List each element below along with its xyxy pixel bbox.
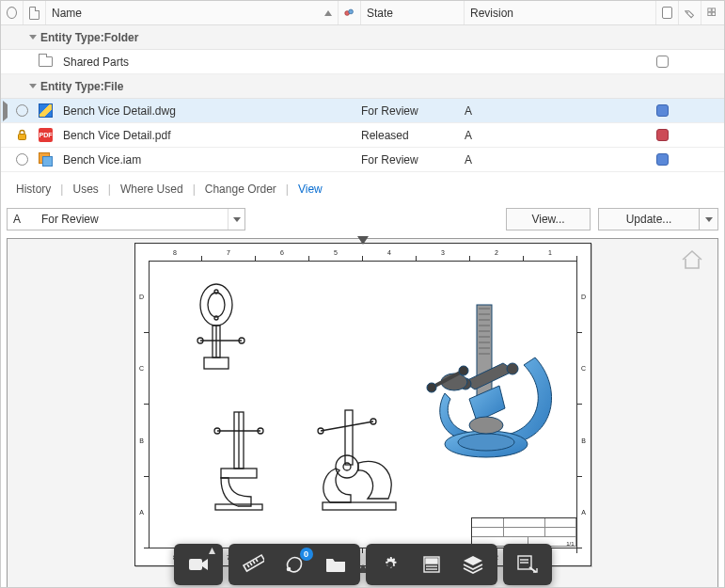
tab-uses[interactable]: Uses — [69, 183, 102, 196]
update-button-label: Update... — [626, 213, 672, 226]
ortho-view-top — [193, 282, 255, 373]
header-square-icon[interactable] — [656, 1, 679, 24]
svg-point-45 — [507, 363, 518, 374]
ruler-right: DCBA — [577, 261, 591, 548]
group-folder-label: Entity Type:Folder — [40, 31, 138, 44]
dwg-name: Bench Vice Detail.dwg — [63, 104, 176, 118]
svg-point-9 — [208, 293, 225, 317]
svg-point-49 — [459, 366, 468, 375]
column-name[interactable]: Name — [46, 1, 339, 24]
column-state[interactable]: State — [361, 1, 465, 24]
folder-icon — [39, 56, 53, 67]
drawing-preview[interactable]: 87654321 87654321 DCBA DCBA — [7, 238, 718, 588]
svg-point-1 — [349, 9, 354, 14]
isometric-render — [417, 277, 575, 461]
svg-point-30 — [343, 463, 351, 470]
measure-button[interactable] — [232, 544, 274, 585]
svg-rect-17 — [204, 358, 229, 369]
column-lifecycle-icon[interactable] — [339, 1, 361, 24]
group-file[interactable]: Entity Type:File — [1, 74, 724, 99]
ortho-view-side — [307, 408, 411, 514]
row-iam[interactable]: Bench Vice.iam For Review A — [1, 148, 724, 172]
svg-point-58 — [387, 562, 393, 567]
pdf-rev: A — [465, 129, 472, 142]
tab-where-used[interactable]: Where Used — [117, 183, 187, 196]
svg-point-50 — [469, 417, 503, 434]
view-button[interactable]: View... — [506, 208, 591, 230]
markup-button[interactable]: 0 — [274, 544, 315, 585]
svg-point-48 — [427, 383, 436, 392]
revision-selector[interactable]: A For Review — [7, 208, 245, 230]
settings-button[interactable] — [370, 544, 411, 585]
svg-line-55 — [253, 561, 255, 564]
properties-button[interactable] — [411, 544, 452, 585]
svg-point-2 — [686, 11, 688, 13]
header-select-circle[interactable] — [1, 1, 24, 24]
tab-view[interactable]: View — [294, 183, 326, 196]
svg-rect-4 — [712, 8, 715, 10]
iam-file-icon — [39, 152, 53, 167]
fit-view-button[interactable] — [507, 544, 548, 585]
svg-rect-3 — [708, 8, 711, 10]
markup-count-badge: 0 — [300, 548, 313, 561]
group-folder[interactable]: Entity Type:Folder — [1, 25, 724, 50]
pdf-file-icon: PDF — [39, 128, 53, 142]
row-checkbox[interactable] — [16, 104, 28, 117]
svg-point-10 — [214, 290, 218, 294]
chevron-down-icon — [29, 84, 37, 88]
svg-point-33 — [458, 434, 514, 451]
tab-change-order[interactable]: Change Order — [201, 183, 280, 196]
svg-line-53 — [247, 564, 249, 567]
ruler-top: 87654321 — [149, 244, 577, 261]
pdf-name: Bench Vice Detail.pdf — [63, 129, 171, 142]
header-grid-icon[interactable] — [701, 1, 724, 24]
iam-state: For Review — [361, 153, 418, 167]
row-checkbox[interactable] — [16, 153, 28, 166]
chevron-down-icon[interactable] — [228, 209, 244, 230]
page-indicator: 1/1 — [566, 541, 574, 547]
group-file-label: Entity Type:File — [40, 80, 123, 93]
column-revision[interactable]: Revision — [465, 1, 656, 24]
column-state-label: State — [367, 7, 393, 20]
iam-rev: A — [465, 153, 472, 167]
dwg-state: For Review — [361, 104, 418, 118]
chevron-down-icon — [29, 35, 37, 40]
row-shared-parts[interactable]: Shared Parts — [1, 50, 724, 74]
shared-parts-name: Shared Parts — [63, 56, 129, 69]
svg-rect-5 — [708, 12, 711, 15]
folder-button[interactable] — [315, 544, 356, 585]
row-pdf[interactable]: PDF Bench Vice Detail.pdf Released A — [1, 123, 724, 148]
svg-line-54 — [250, 563, 252, 565]
sort-asc-icon — [324, 10, 332, 16]
pdf-state: Released — [361, 129, 409, 142]
svg-point-29 — [336, 455, 358, 478]
ruler-left: DCBA — [135, 261, 149, 548]
view-button-label: View... — [531, 213, 564, 226]
header-doc-icon[interactable] — [24, 1, 46, 24]
svg-rect-24 — [215, 504, 262, 510]
svg-rect-6 — [712, 12, 715, 15]
header-tag-icon[interactable] — [679, 1, 701, 24]
viewer-toolbar: 0 — [174, 544, 552, 585]
revision-code: A — [8, 213, 38, 226]
update-button[interactable]: Update... — [598, 208, 718, 230]
svg-line-26 — [321, 421, 373, 431]
svg-rect-31 — [323, 502, 396, 510]
ortho-view-left — [208, 410, 274, 514]
column-name-label: Name — [52, 7, 82, 20]
view-toolbar: A For Review View... Update... — [1, 202, 724, 236]
dwg-rev: A — [465, 104, 472, 118]
status-square-red — [656, 129, 669, 141]
layers-button[interactable] — [452, 544, 494, 585]
detail-tabs: History| Uses| Where Used| Change Order|… — [1, 176, 724, 202]
grid-header: Name State Revision — [1, 1, 724, 25]
expand-icon[interactable] — [3, 101, 8, 121]
sheet-inner-frame: 1/1 — [149, 261, 577, 548]
home-icon[interactable] — [680, 248, 704, 274]
status-square-blue — [656, 104, 669, 117]
camera-button[interactable] — [178, 544, 219, 585]
chevron-down-icon[interactable] — [699, 209, 717, 230]
dwg-file-icon — [39, 103, 53, 118]
tab-history[interactable]: History — [12, 183, 55, 196]
row-dwg[interactable]: Bench Vice Detail.dwg For Review A — [1, 99, 724, 123]
